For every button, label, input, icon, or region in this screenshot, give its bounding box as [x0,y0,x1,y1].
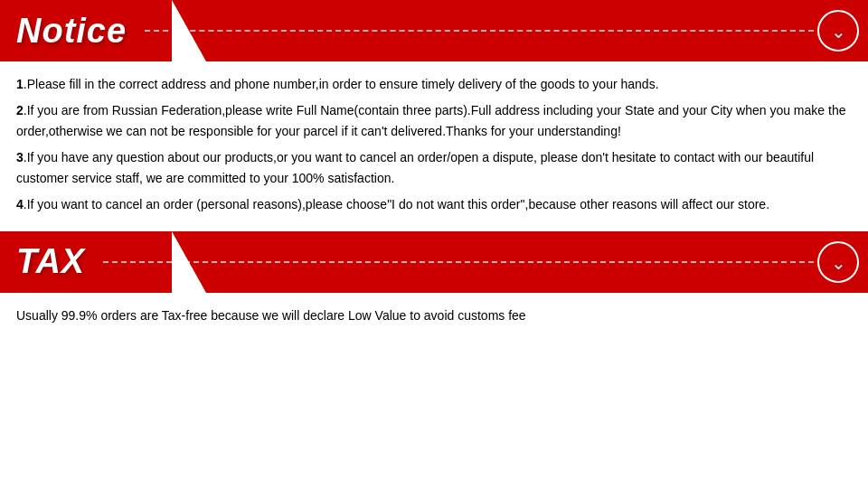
tax-item-1: Usually 99.9% orders are Tax-free becaus… [16,305,852,326]
notice-header: Notice ⌄ [0,0,868,61]
notice-item-2-number: 2 [16,103,24,117]
notice-dashed-container [145,30,814,32]
diagonal-cut-notice [172,0,206,61]
tax-section: TAX ⌄ Usually 99.9% orders are Tax-free … [0,231,868,341]
tax-content: Usually 99.9% orders are Tax-free becaus… [0,293,868,341]
tax-item-1-text: Usually 99.9% orders are Tax-free becaus… [16,308,526,323]
tax-chevron-button[interactable]: ⌄ [817,241,859,283]
notice-item-4: 4.If you want to cancel an order (person… [16,194,852,215]
notice-content: 1.Please fill in the correct address and… [0,61,868,230]
notice-dashed-line [145,30,814,32]
notice-item-1-number: 1 [16,77,24,91]
tax-title: TAX [16,242,85,281]
notice-item-2-text: .If you are from Russian Federation,plea… [16,103,845,138]
notice-item-3-text: .If you have any question about our prod… [16,150,814,185]
tax-dashed-line [103,261,814,263]
notice-item-4-number: 4 [16,197,24,211]
notice-item-3-number: 3 [16,150,24,164]
tax-chevron-icon: ⌄ [831,254,846,272]
notice-item-1: 1.Please fill in the correct address and… [16,74,852,95]
notice-title: Notice [16,12,127,51]
notice-item-4-text: .If you want to cancel an order (persona… [24,197,769,211]
notice-item-3: 3.If you have any question about our pro… [16,147,852,189]
notice-item-1-text: .Please fill in the correct address and … [24,77,659,91]
tax-header: TAX ⌄ [0,231,868,293]
tax-dashed-container [103,261,814,263]
notice-chevron-button[interactable]: ⌄ [817,10,859,52]
notice-chevron-icon: ⌄ [831,23,846,41]
notice-item-2: 2.If you are from Russian Federation,ple… [16,100,852,142]
diagonal-cut-tax [172,231,206,293]
notice-section: Notice ⌄ 1.Please fill in the correct ad… [0,0,868,231]
